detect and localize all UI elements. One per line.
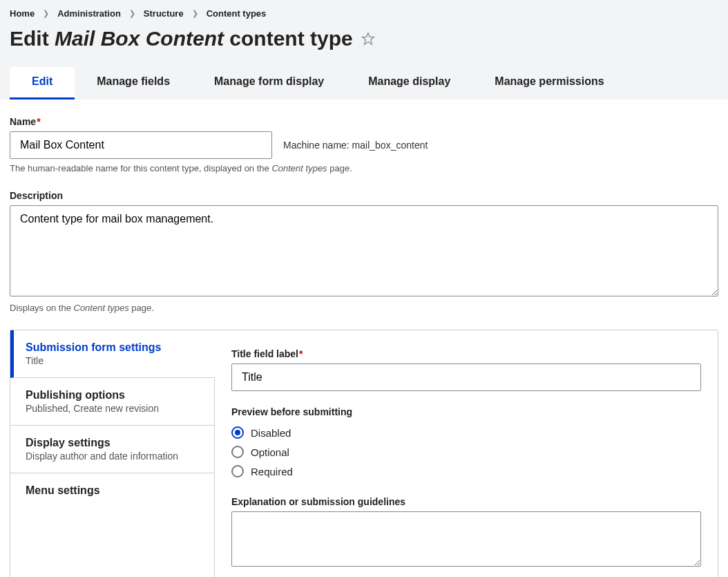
radio-icon	[231, 446, 244, 458]
chevron-right-icon: ❯	[192, 9, 198, 18]
guidelines-label: Explanation or submission guidelines	[231, 496, 701, 507]
breadcrumb-item-home[interactable]: Home	[10, 8, 35, 19]
page-title-suffix: content type	[229, 27, 352, 50]
tab-manage-form-display[interactable]: Manage form display	[192, 67, 346, 100]
breadcrumb-item-administration[interactable]: Administration	[57, 8, 121, 19]
breadcrumb-item-content-types[interactable]: Content types	[207, 8, 267, 19]
vtab-publishing-options[interactable]: Publishing options Published, Create new…	[10, 378, 214, 426]
page-title: Edit Mail Box Content content type	[10, 23, 718, 67]
tab-manage-fields[interactable]: Manage fields	[75, 67, 192, 100]
title-field-input[interactable]	[231, 363, 701, 391]
page-title-prefix: Edit	[10, 27, 49, 50]
vtab-menu-settings[interactable]: Menu settings	[10, 473, 214, 508]
chevron-right-icon: ❯	[129, 9, 135, 18]
radio-icon	[231, 426, 244, 439]
tab-edit[interactable]: Edit	[10, 67, 75, 100]
vtab-display-settings[interactable]: Display settings Display author and date…	[10, 426, 214, 473]
name-label: Name*	[10, 116, 718, 127]
radio-icon	[231, 465, 244, 477]
tab-manage-display[interactable]: Manage display	[346, 67, 472, 100]
radio-optional[interactable]: Optional	[231, 442, 701, 462]
vertical-tabs-menu: Submission form settings Title Publishin…	[10, 330, 215, 577]
preview-legend: Preview before submitting	[231, 406, 701, 417]
title-field-label: Title field label*	[231, 348, 701, 359]
tab-manage-permissions[interactable]: Manage permissions	[472, 67, 626, 100]
breadcrumb: Home ❯ Administration ❯ Structure ❯ Cont…	[10, 7, 718, 23]
star-icon[interactable]	[361, 32, 375, 46]
svg-marker-0	[362, 33, 374, 45]
description-label: Description	[10, 190, 718, 201]
name-help-text: The human-readable name for this content…	[10, 163, 718, 173]
required-marker: *	[37, 116, 40, 127]
vtab-submission-form-settings[interactable]: Submission form settings Title	[10, 330, 215, 378]
vertical-tab-content: Title field label* Preview before submit…	[215, 330, 718, 577]
radio-disabled[interactable]: Disabled	[231, 423, 701, 442]
guidelines-field[interactable]	[231, 511, 701, 567]
machine-name: Machine name: mail_box_content	[283, 140, 428, 151]
required-marker: *	[299, 348, 303, 359]
description-field[interactable]: Content type for mail box management.	[10, 205, 718, 296]
primary-tabs: Edit Manage fields Manage form display M…	[10, 67, 718, 100]
description-help-text: Displays on the Content types page.	[10, 303, 718, 313]
vertical-tabs: Submission form settings Title Publishin…	[10, 330, 718, 577]
page-title-name: Mail Box Content	[55, 27, 224, 50]
radio-required[interactable]: Required	[231, 462, 701, 481]
breadcrumb-item-structure[interactable]: Structure	[144, 8, 184, 19]
chevron-right-icon: ❯	[43, 9, 49, 18]
name-field[interactable]	[10, 131, 272, 159]
preview-radio-group: Disabled Optional Required	[231, 423, 701, 481]
